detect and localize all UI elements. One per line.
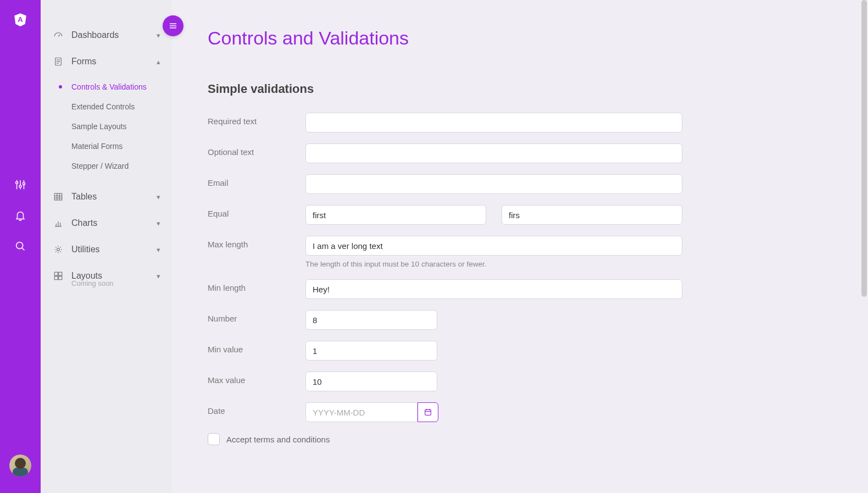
form-document-icon bbox=[53, 56, 64, 67]
label-max-value: Max value bbox=[208, 372, 305, 385]
section-title: Simple validations bbox=[208, 82, 833, 96]
input-min-length[interactable] bbox=[305, 279, 682, 299]
input-date[interactable] bbox=[305, 402, 418, 422]
label-min-length: Min length bbox=[208, 279, 305, 292]
svg-point-6 bbox=[23, 182, 25, 185]
sidenav-toggle-button[interactable] bbox=[163, 15, 183, 36]
input-optional-text[interactable] bbox=[305, 143, 682, 163]
nav-item-charts[interactable]: Charts ▾ bbox=[41, 210, 173, 236]
nav-sub-controls-validations[interactable]: Controls & Validations bbox=[71, 77, 173, 97]
input-max-length[interactable] bbox=[305, 236, 682, 256]
scrollbar-thumb[interactable] bbox=[861, 0, 867, 297]
nav-item-utilities[interactable]: Utilities ▾ bbox=[41, 236, 173, 263]
input-required-text[interactable] bbox=[305, 113, 682, 132]
input-equal-b[interactable] bbox=[502, 205, 682, 225]
dashboard-gauge-icon bbox=[53, 30, 64, 41]
label-email: Email bbox=[208, 174, 305, 187]
svg-rect-27 bbox=[59, 276, 62, 280]
label-optional-text: Optional text bbox=[208, 143, 305, 157]
input-number[interactable] bbox=[305, 310, 437, 330]
chevron-up-icon: ▴ bbox=[157, 58, 160, 66]
nav-label: Charts bbox=[71, 218, 97, 228]
svg-rect-25 bbox=[59, 272, 62, 275]
label-required-text: Required text bbox=[208, 113, 305, 126]
app-logo-icon: A bbox=[13, 12, 27, 26]
svg-point-5 bbox=[19, 185, 21, 187]
svg-line-8 bbox=[22, 248, 24, 250]
nav-label: Utilities bbox=[71, 245, 100, 254]
nav-label: Tables bbox=[71, 192, 97, 202]
nav-item-dashboards[interactable]: Dashboards ▾ bbox=[41, 22, 173, 48]
input-min-value[interactable] bbox=[305, 341, 437, 361]
gear-icon bbox=[53, 244, 64, 255]
page-title: Controls and Validations bbox=[208, 27, 833, 49]
user-avatar[interactable] bbox=[9, 455, 31, 477]
settings-sliders-icon[interactable] bbox=[14, 178, 27, 191]
nav-sub-forms: Controls & Validations Extended Controls… bbox=[41, 75, 173, 184]
main-content: Controls and Validations Simple validati… bbox=[173, 0, 868, 493]
chevron-down-icon: ▾ bbox=[157, 246, 160, 254]
nav-sub-extended-controls[interactable]: Extended Controls bbox=[71, 97, 173, 117]
label-max-length: Max length bbox=[208, 236, 305, 249]
nav-item-tables[interactable]: Tables ▾ bbox=[41, 184, 173, 210]
help-max-length: The length of this input must be 10 char… bbox=[305, 260, 682, 268]
chevron-down-icon: ▾ bbox=[157, 31, 160, 40]
checkbox-terms[interactable] bbox=[208, 433, 220, 445]
nav-label: Dashboards bbox=[71, 30, 119, 40]
nav-item-forms[interactable]: Forms ▴ bbox=[41, 48, 173, 75]
svg-rect-14 bbox=[54, 193, 62, 200]
input-equal-a[interactable] bbox=[305, 205, 486, 225]
label-date: Date bbox=[208, 402, 305, 416]
layout-grid-icon bbox=[53, 270, 64, 281]
label-terms: Accept terms and conditions bbox=[226, 435, 330, 444]
svg-rect-31 bbox=[425, 409, 431, 415]
calendar-icon bbox=[424, 408, 432, 417]
svg-point-4 bbox=[16, 181, 18, 184]
page-scrollbar[interactable] bbox=[860, 0, 867, 493]
label-equal: Equal bbox=[208, 205, 305, 218]
app-rail: A bbox=[0, 0, 41, 493]
input-max-value[interactable] bbox=[305, 372, 437, 391]
chevron-down-icon: ▾ bbox=[157, 219, 160, 228]
nav-label: Forms bbox=[71, 57, 96, 67]
chart-bars-icon bbox=[53, 218, 64, 229]
nav-sub-stepper-wizard[interactable]: Stepper / Wizard bbox=[71, 156, 173, 176]
svg-text:A: A bbox=[18, 15, 23, 24]
nav-sub-material-forms[interactable]: Material Forms bbox=[71, 136, 173, 156]
side-nav: Dashboards ▾ Forms ▴ Controls & Validati… bbox=[41, 0, 173, 493]
chevron-down-icon: ▾ bbox=[157, 272, 160, 280]
svg-point-7 bbox=[16, 242, 23, 249]
notifications-bell-icon[interactable] bbox=[14, 209, 27, 222]
svg-rect-24 bbox=[54, 272, 58, 275]
date-picker-button[interactable] bbox=[418, 402, 438, 422]
table-grid-icon bbox=[53, 191, 64, 202]
svg-point-23 bbox=[57, 248, 60, 251]
label-number: Number bbox=[208, 310, 305, 323]
nav-sub-sample-layouts[interactable]: Sample Layouts bbox=[71, 117, 173, 136]
chevron-down-icon: ▾ bbox=[157, 193, 160, 201]
svg-rect-26 bbox=[54, 276, 58, 280]
search-icon[interactable] bbox=[14, 240, 27, 253]
input-email[interactable] bbox=[305, 174, 682, 194]
label-min-value: Min value bbox=[208, 341, 305, 354]
svg-line-9 bbox=[58, 35, 60, 36]
